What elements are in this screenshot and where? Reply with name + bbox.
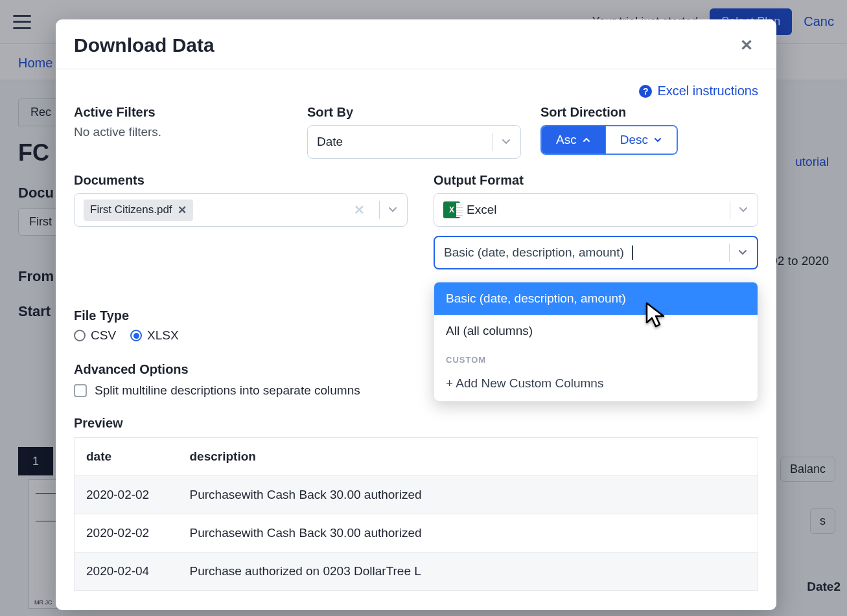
close-icon[interactable]: ✕ — [735, 34, 758, 57]
document-chip-label: First Citizens.pdf — [90, 203, 172, 216]
cursor-icon — [645, 302, 669, 329]
excel-instructions-link[interactable]: ? Excel instructions — [639, 84, 758, 98]
active-filters-label: Active Filters — [74, 105, 288, 120]
cell-description: Purchasewith Cash Back 30.00 authorized — [178, 514, 758, 553]
sort-asc-button[interactable]: Asc — [542, 126, 606, 154]
chevron-down-icon — [737, 247, 748, 258]
excel-icon: X — [443, 201, 460, 218]
output-format-select[interactable]: X Excel — [434, 193, 758, 227]
cell-description: Purchase authorized on 0203 DollarTree L — [178, 553, 758, 591]
documents-select[interactable]: First Citizens.pdf ✕ ✕ — [74, 193, 408, 227]
output-format-value: Excel — [467, 203, 496, 217]
clear-icon[interactable]: ✕ — [347, 202, 371, 218]
dropdown-option-all[interactable]: All (all columns) — [434, 315, 758, 347]
preview-table: date description 2020-02-02 Purchasewith… — [74, 437, 758, 591]
cell-date: 2020-02-02 — [75, 476, 178, 514]
output-format-label: Output Format — [434, 173, 758, 188]
table-row: 2020-02-02 Purchasewith Cash Back 30.00 … — [75, 514, 758, 553]
file-type-csv-label: CSV — [91, 328, 116, 343]
sort-by-value: Date — [317, 135, 485, 149]
dropdown-add-custom[interactable]: + Add New Custom Columns — [434, 369, 758, 401]
cell-date: 2020-02-04 — [75, 553, 178, 591]
radio-unchecked-icon — [74, 330, 86, 341]
cell-description: Purchasewith Cash Back 30.00 authorized — [178, 476, 758, 514]
chevron-down-icon — [388, 205, 398, 215]
document-chip: First Citizens.pdf ✕ — [84, 200, 193, 221]
sort-asc-label: Asc — [556, 133, 577, 147]
radio-checked-icon — [130, 330, 142, 341]
chevron-up-icon — [582, 135, 591, 144]
documents-label: Documents — [74, 173, 408, 188]
sort-by-select[interactable]: Date — [307, 125, 521, 159]
sort-desc-label: Desc — [620, 133, 648, 147]
sort-by-label: Sort By — [307, 105, 521, 120]
preview-header-date: date — [75, 438, 178, 476]
file-type-csv-radio[interactable]: CSV — [74, 328, 116, 343]
table-row: 2020-02-02 Purchasewith Cash Back 30.00 … — [75, 476, 758, 514]
chevron-down-icon — [501, 137, 511, 147]
help-icon: ? — [639, 85, 652, 98]
column-preset-value: Basic (date, description, amount) — [444, 245, 624, 260]
cell-date: 2020-02-02 — [75, 514, 178, 553]
preview-label: Preview — [74, 416, 758, 431]
sort-direction-group: Asc Desc — [540, 125, 678, 155]
active-filters-text: No active filters. — [74, 125, 161, 139]
table-row: 2020-02-04 Purchase authorized on 0203 D… — [75, 553, 758, 591]
sort-desc-button[interactable]: Desc — [606, 126, 677, 154]
column-preset-select[interactable]: Basic (date, description, amount) — [434, 236, 758, 269]
modal-title: Download Data — [74, 34, 215, 56]
split-multiline-label: Split multiline descriptions into separa… — [95, 383, 360, 398]
file-type-xlsx-label: XLSX — [147, 328, 179, 343]
dropdown-group-custom: CUSTOM — [434, 347, 758, 369]
remove-chip-icon[interactable]: ✕ — [178, 203, 187, 217]
sort-direction-label: Sort Direction — [540, 105, 758, 120]
preview-header-description: description — [178, 438, 758, 476]
chevron-down-icon — [738, 205, 748, 215]
chevron-down-icon — [653, 135, 662, 144]
column-preset-dropdown: Basic (date, description, amount) All (a… — [434, 282, 758, 402]
dropdown-option-basic[interactable]: Basic (date, description, amount) — [434, 282, 758, 315]
split-multiline-checkbox[interactable] — [74, 384, 87, 397]
help-link-label: Excel instructions — [657, 84, 758, 98]
file-type-xlsx-radio[interactable]: XLSX — [130, 328, 179, 343]
